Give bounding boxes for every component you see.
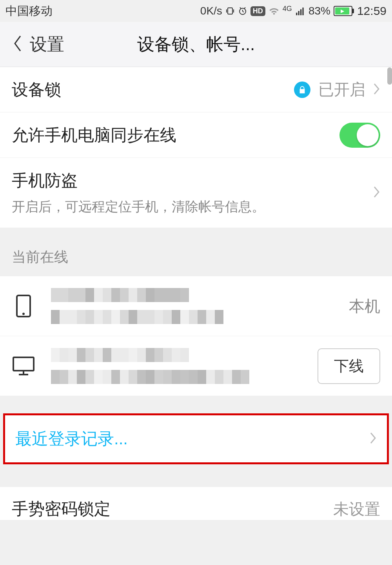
gesture-lock-row[interactable]: 手势密码锁定 未设置 <box>0 487 392 520</box>
offline-button[interactable]: 下线 <box>318 348 380 384</box>
device-lock-row[interactable]: 设备锁 已开启 <box>0 67 392 112</box>
recent-login-row[interactable]: 最近登录记录... <box>5 415 387 462</box>
lock-icon <box>294 81 310 98</box>
device-lock-label: 设备锁 <box>12 79 294 101</box>
signal-icon <box>295 6 305 16</box>
redacted-device-detail <box>51 310 349 324</box>
recent-login-highlight: 最近登录记录... <box>3 413 389 464</box>
device-lock-status: 已开启 <box>318 79 365 100</box>
online-device-desktop: 下线 <box>0 336 392 396</box>
nav-bar: 设置 设备锁、帐号... <box>0 22 392 67</box>
svg-rect-0 <box>228 8 232 14</box>
redacted-device-name <box>51 288 349 302</box>
page-title: 设备锁、帐号... <box>137 33 255 56</box>
alarm-icon <box>238 6 247 16</box>
vibrate-icon <box>225 6 235 16</box>
battery-percent: 83% <box>309 5 330 17</box>
back-label: 设置 <box>30 33 64 56</box>
sync-online-row: 允许手机电脑同步在线 <box>0 112 392 158</box>
battery-icon <box>334 6 352 16</box>
recent-login-label: 最近登录记录... <box>15 428 370 450</box>
chevron-left-icon <box>12 34 24 54</box>
redacted-device-name <box>51 348 318 362</box>
device-info <box>51 348 318 384</box>
chevron-right-icon <box>373 83 380 97</box>
chevron-right-icon <box>373 186 380 200</box>
svg-rect-14 <box>13 357 34 371</box>
status-bar: 中国移动 0K/s HD 4G 83% 12:59 <box>0 0 392 22</box>
svg-rect-10 <box>300 9 301 15</box>
scrollbar[interactable] <box>387 67 392 85</box>
anti-theft-subtitle: 开启后，可远程定位手机，清除帐号信息。 <box>12 198 373 216</box>
anti-theft-row[interactable]: 手机防盗 开启后，可远程定位手机，清除帐号信息。 <box>0 158 392 228</box>
svg-rect-11 <box>302 7 303 15</box>
svg-point-13 <box>22 313 25 315</box>
online-section-header: 当前在线 <box>0 228 392 276</box>
anti-theft-label: 手机防盗 <box>12 170 373 192</box>
status-indicators: 0K/s HD 4G 83% 12:59 <box>200 4 387 18</box>
back-button[interactable]: 设置 <box>12 33 64 56</box>
gesture-lock-status: 未设置 <box>333 498 380 520</box>
chevron-right-icon <box>370 432 377 446</box>
wifi-icon <box>269 5 279 16</box>
carrier-label: 中国移动 <box>5 3 53 19</box>
toggle-knob <box>357 124 379 146</box>
desktop-icon <box>12 356 35 376</box>
sync-online-label: 允许手机电脑同步在线 <box>12 124 339 146</box>
svg-line-6 <box>240 7 241 9</box>
device-info <box>51 288 349 324</box>
phone-icon <box>12 294 35 318</box>
sync-online-toggle[interactable] <box>339 123 380 148</box>
clock-time: 12:59 <box>357 4 387 18</box>
svg-line-7 <box>244 7 245 9</box>
network-type: 4G <box>283 5 292 13</box>
svg-line-5 <box>243 11 244 12</box>
hd-badge: HD <box>250 6 265 16</box>
device-local-label: 本机 <box>349 295 380 317</box>
gesture-lock-label: 手势密码锁定 <box>12 498 333 520</box>
redacted-device-detail <box>51 370 318 384</box>
svg-rect-9 <box>298 11 299 15</box>
online-device-phone: 本机 <box>0 276 392 336</box>
network-speed: 0K/s <box>200 5 222 17</box>
svg-rect-8 <box>296 13 297 15</box>
